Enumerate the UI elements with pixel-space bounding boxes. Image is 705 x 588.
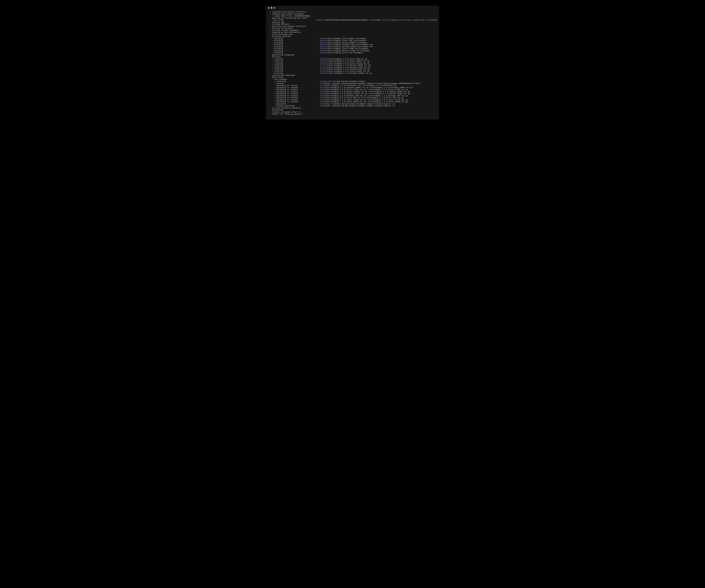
field-equals: = (372, 89, 373, 91)
log-message: building binaries (272, 36, 291, 38)
field-value: https://github.com/goreleaser/example-si… (324, 83, 420, 85)
bullet-icon: • (274, 89, 276, 91)
field-key: file (320, 89, 324, 91)
field-key: archive (320, 60, 328, 62)
field-equals: = (372, 99, 373, 101)
log-message: uploading to release (276, 91, 298, 93)
log-message: building (274, 40, 283, 42)
log-line: • build prerequisites (268, 34, 437, 36)
log-left: • setting defaults (268, 23, 320, 26)
log-message: using token from (274, 15, 293, 17)
log-left: • building (268, 44, 320, 46)
field-key: archive (320, 72, 328, 74)
log-fields: binary=dist/example_linux_amd64_v1/examp… (320, 38, 366, 40)
log-message: creating (274, 68, 283, 70)
log-left: • creating (268, 60, 320, 62)
field-equals: = (324, 99, 326, 101)
field-key: archive (320, 64, 328, 66)
field-value: dist/example_1.1.0_linux_arm64.tar.gz (326, 89, 366, 91)
bullet-icon: • (272, 58, 274, 60)
field-value: 7c84bef9f3356f4ad0645aba029a893b22d2be07 (324, 19, 368, 21)
field-value: dist/example_1.1.0_linux_386.tar.gz (329, 58, 367, 60)
bullet-icon: • (274, 103, 276, 105)
field-value: example_1.1.0_linux_armv6.tar.gz (373, 99, 408, 101)
field-key: binary (320, 50, 327, 52)
bullet-icon: • (270, 23, 272, 25)
field-value: dist/example_1.1.0_darwin_amd64.tar.gz (326, 91, 367, 93)
field-value: dist/example_linux_arm64_v8.0/example (328, 48, 369, 50)
terminal-output: • cleaning distribution directory• loadi… (266, 10, 439, 115)
log-fields: archive=dist/example_1.1.0_windows_amd64… (320, 72, 372, 75)
field-value: https://github.com/goreleaser/example-si… (324, 103, 395, 105)
field-value: dist/example_1.1.0_linux_armv6.tar.gz (326, 99, 366, 101)
bullet-icon: • (270, 75, 272, 77)
log-line: • buildingbinary=dist/example_linux_arm_… (268, 52, 437, 54)
field-equals: = (337, 80, 338, 83)
log-left: • uploading to release (268, 87, 320, 89)
field-equals: = (324, 87, 326, 89)
bullet-icon: • (272, 72, 274, 74)
field-key: binary (320, 52, 327, 54)
log-fields: tag=v1.1.0 repo=goreleaser/example-simpl… (320, 81, 365, 83)
log-left: • building (268, 40, 320, 42)
field-equals: = (324, 93, 326, 95)
field-value: example_1.1.0_checksums.txt (368, 85, 397, 87)
bullet-icon: • (274, 95, 276, 97)
minimize-icon[interactable] (271, 7, 272, 9)
field-key: file (320, 85, 324, 87)
log-line: • creatingarchive=dist/example_1.1.0_win… (268, 72, 437, 75)
field-equals: = (327, 42, 328, 44)
log-message: git state (274, 19, 284, 21)
log-left: • release published (268, 105, 320, 107)
log-left: • building binaries (268, 36, 320, 38)
log-left: • ensuring distribution directory (268, 26, 320, 28)
log-left: • releasing (268, 81, 320, 83)
field-key: archive (320, 70, 328, 72)
bullet-icon: • (274, 97, 276, 99)
bullet-icon: • (270, 11, 272, 13)
bullet-icon: • (272, 42, 274, 44)
log-fields: binary=dist/example_linux_386_sse2/examp… (320, 40, 366, 42)
field-value: example_1.1.0_linux_arm64.tar.gz (373, 89, 408, 91)
log-fields: binary=dist/example_darwin_arm64_v8.0/ex… (320, 50, 370, 52)
field-value: dist/example_1.1.0_darwin_arm64.tar.gz (329, 66, 371, 68)
field-key: branch (369, 19, 375, 21)
log-left: • creating (268, 72, 320, 75)
field-value: dist/example_linux_386_sse2/example (328, 40, 366, 42)
log-line: • release publishedurl=https://github.co… (268, 105, 437, 107)
log-left: • uploading to release (268, 101, 320, 103)
log-message: creating (274, 64, 283, 66)
log-line: • archives (268, 56, 437, 58)
log-line: • uploading to releasefile=dist/example_… (268, 87, 437, 89)
log-line: • cleaning distribution directory (268, 11, 437, 13)
close-icon[interactable] (268, 7, 270, 9)
log-message: creating (274, 70, 283, 72)
log-line: • generating changelog (268, 54, 437, 56)
log-message: loading go mod information (272, 32, 301, 34)
zoom-icon[interactable] (274, 7, 275, 9)
log-message: writing release metadata (272, 30, 298, 32)
log-fields: file=dist/example_1.1.0_linux_amd64.tar.… (320, 101, 408, 103)
field-key: commit (316, 19, 323, 21)
field-key: name (368, 89, 372, 91)
bullet-icon: • (270, 107, 272, 109)
log-fields: binary=dist/example_windows_386_sse2/exa… (320, 44, 373, 46)
field-equals: = (372, 101, 373, 103)
field-key: archive (320, 58, 328, 60)
log-fields: archive=dist/example_1.1.0_linux_386.tar… (320, 58, 367, 60)
log-message: uploading to release (276, 93, 298, 95)
field-value: dist/example_windows_amd64_v1/example.ex… (328, 46, 373, 48)
log-message: uploading to release (276, 99, 298, 101)
field-value: dist/example_1.1.0_linux_arm64.tar.gz (329, 70, 370, 72)
log-left: • calculating checksums (268, 75, 320, 77)
field-key: binary (320, 40, 327, 42)
log-fields: url=https://github.com/goreleaser/exampl… (320, 83, 420, 85)
field-key: previous_tag (403, 19, 416, 21)
log-left: • loading go mod information (268, 32, 320, 34)
log-left: • building (268, 42, 320, 44)
log-fields: url=https://github.com/goreleaser/exampl… (320, 103, 395, 105)
log-line: • creatingarchive=dist/example_1.1.0_lin… (268, 58, 437, 60)
field-value: v1.1.0 (395, 19, 402, 21)
field-key: file (320, 93, 324, 95)
field-equals: = (324, 97, 326, 99)
